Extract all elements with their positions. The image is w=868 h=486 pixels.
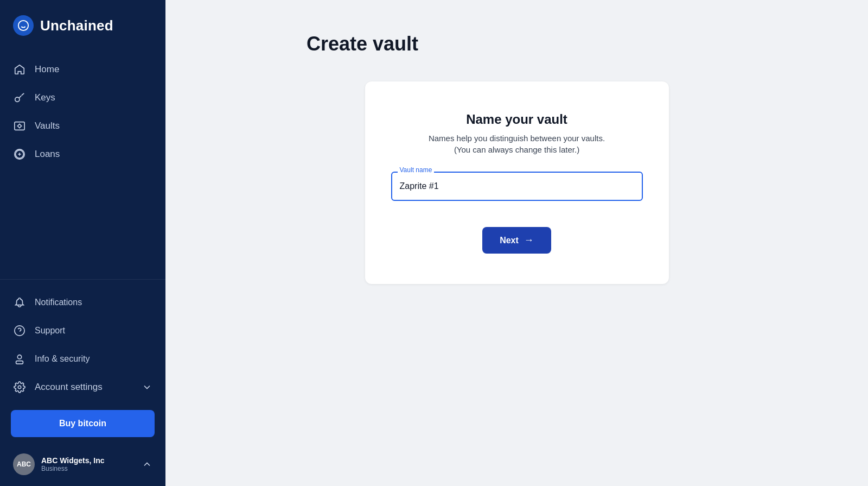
create-vault-card: Name your vault Names help you distingui…: [365, 81, 669, 284]
page-title: Create vault: [307, 33, 418, 55]
vault-name-field-wrapper: Vault name: [391, 172, 643, 201]
svg-point-7: [15, 326, 24, 336]
key-icon: [13, 91, 26, 104]
info-icon: [13, 352, 26, 365]
loan-icon: [13, 148, 26, 161]
svg-rect-4: [15, 122, 24, 130]
svg-point-8: [17, 355, 21, 359]
vault-name-input[interactable]: [391, 172, 643, 201]
chevron-down-icon: [142, 382, 152, 393]
user-chevron-up-icon: [142, 459, 152, 470]
svg-point-3: [15, 97, 20, 102]
svg-point-10: [18, 386, 21, 389]
svg-point-0: [18, 21, 28, 30]
logo-icon: [13, 15, 34, 36]
sidebar-item-keys-label: Keys: [35, 92, 55, 103]
sidebar-item-notifications-label: Notifications: [35, 298, 82, 307]
next-button[interactable]: Next →: [482, 227, 551, 254]
vault-name-label: Vault name: [398, 166, 435, 174]
user-info: ABC Widgets, Inc Business: [41, 456, 135, 472]
sidebar-item-home-label: Home: [35, 64, 59, 75]
sidebar-item-support[interactable]: Support: [0, 317, 165, 345]
support-icon: [13, 324, 26, 337]
user-account[interactable]: ABC ABC Widgets, Inc Business: [0, 446, 165, 486]
next-arrow-icon: →: [524, 235, 534, 246]
main-content: Create vault Name your vault Names help …: [165, 0, 868, 486]
buy-bitcoin-button[interactable]: Buy bitcoin: [11, 410, 155, 437]
card-title: Name your vault: [466, 112, 567, 127]
svg-point-5: [18, 124, 21, 128]
next-button-label: Next: [500, 236, 519, 245]
home-icon: [13, 63, 26, 76]
settings-icon: [13, 381, 26, 394]
sidebar-item-account-settings[interactable]: Account settings: [0, 373, 165, 401]
sidebar-item-account-settings-label: Account settings: [35, 382, 103, 393]
main-nav: Home Keys Vaults Loans: [0, 51, 165, 279]
card-description: Names help you distinguish between your …: [429, 134, 605, 143]
sidebar-item-vaults-label: Vaults: [35, 121, 60, 131]
sidebar-item-home[interactable]: Home: [0, 55, 165, 84]
sidebar-item-notifications[interactable]: Notifications: [0, 288, 165, 317]
logo[interactable]: Unchained: [0, 0, 165, 51]
sidebar-bottom: Notifications Support Info & security: [0, 279, 165, 486]
app-name: Unchained: [40, 17, 113, 34]
sidebar: Unchained Home Keys Vaults: [0, 0, 165, 486]
sidebar-item-loans-label: Loans: [35, 149, 60, 160]
sidebar-item-vaults[interactable]: Vaults: [0, 112, 165, 140]
sidebar-item-info-security[interactable]: Info & security: [0, 345, 165, 373]
vault-icon: [13, 119, 26, 132]
sidebar-item-support-label: Support: [35, 326, 65, 336]
sidebar-item-loans[interactable]: Loans: [0, 140, 165, 168]
user-name: ABC Widgets, Inc: [41, 456, 135, 465]
user-role: Business: [41, 465, 135, 472]
card-note: (You can always change this later.): [454, 145, 579, 154]
sidebar-item-keys[interactable]: Keys: [0, 84, 165, 112]
svg-rect-9: [16, 361, 23, 364]
bell-icon: [13, 296, 26, 309]
avatar: ABC: [13, 453, 35, 475]
sidebar-item-info-security-label: Info & security: [35, 354, 90, 364]
